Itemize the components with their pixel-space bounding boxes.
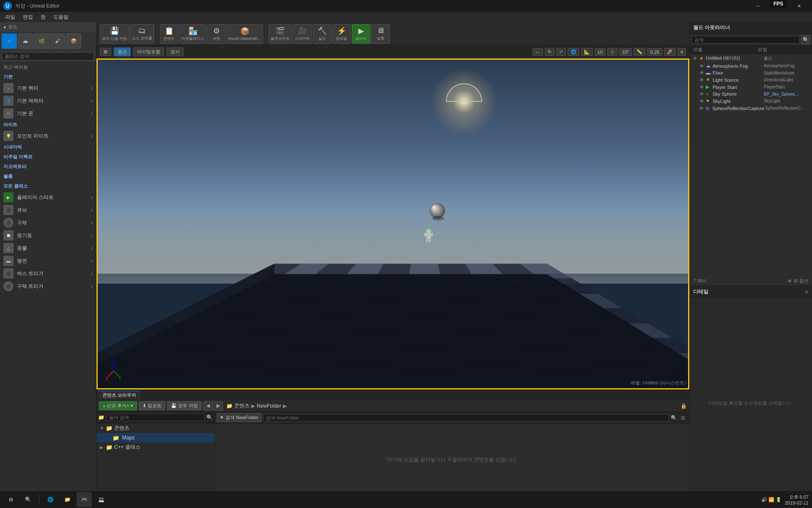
place-item-cylinder[interactable]: 🔲 원기둥 ℹ	[0, 229, 96, 242]
cb-add-button[interactable]: + 선규 추가+ ▾	[99, 401, 137, 410]
taskbar-windows-icon[interactable]: ⊞	[3, 492, 19, 507]
cube-info[interactable]: ℹ	[91, 208, 93, 213]
viewport-layout-btn[interactable]: ⊞	[100, 48, 111, 56]
taskbar-browser-icon[interactable]: 🌐	[43, 492, 58, 507]
cb-save-all-button[interactable]: 💾 모두 저장	[167, 401, 202, 410]
settings-button[interactable]: ⚙ 세팅	[207, 24, 226, 44]
tree-item-contents[interactable]: ▼ 📁 콘텐츠	[96, 423, 214, 433]
viewport-show-btn[interactable]: 표시	[167, 47, 184, 56]
content-button[interactable]: 📋 콘텐츠	[160, 24, 178, 44]
place-item-player-start[interactable]: ▶ 플레이어 스타트 ℹ	[0, 191, 96, 204]
launch-button[interactable]: 🖥 실행	[371, 24, 390, 44]
outliner-search-button[interactable]: 🔍	[801, 35, 810, 44]
outliner-item-floor[interactable]: 👁 ▬ Floor StaticMeshActor	[690, 69, 812, 76]
eye-skylight[interactable]: 👁	[698, 99, 705, 104]
menu-help[interactable]: 도움말	[50, 13, 72, 22]
outliner-item-untitled[interactable]: 👁 ▼ Untitled (에디터) 폴드	[690, 54, 812, 62]
viewport-camera-speed-val[interactable]: 4	[678, 48, 686, 56]
mode-landscape[interactable]: ⛰	[18, 33, 33, 49]
basic-char-info[interactable]: ℹ	[91, 99, 93, 103]
sphere-info[interactable]: ℹ	[91, 221, 93, 225]
outliner-item-atm-fog[interactable]: 👁 ☁ Atmospheric Fog AtmosphericFog	[690, 62, 812, 69]
eye-atm-fog[interactable]: 👁	[698, 64, 705, 69]
menu-edit[interactable]: 편집	[19, 13, 36, 22]
cb-right-filter-icon[interactable]: ⊞	[678, 413, 688, 422]
cb-back-button[interactable]: ◀	[203, 401, 213, 411]
outliner-item-sphere-reflection[interactable]: 👁 ◎ SphereReflectionCapture SphereReflec…	[690, 105, 812, 112]
point-light-info[interactable]: ℹ	[91, 134, 93, 138]
outliner-view-options[interactable]: 👁 뷰 옵션	[787, 278, 809, 284]
outliner-item-light-source[interactable]: 👁 ☀ Light Source DirectionalLight	[690, 76, 812, 83]
outliner-item-player-start[interactable]: 👁 ▶ Player Start PlayerStart	[690, 83, 812, 91]
viewport-rotate-icon[interactable]: ↻	[545, 48, 554, 56]
breadcrumb-content[interactable]: 콘텐츠	[234, 402, 250, 409]
cb-right-icon[interactable]: 🔒	[680, 403, 687, 409]
place-item-sphere-trigger[interactable]: ⚫ 구체 트리거 ℹ	[0, 280, 96, 293]
marketplace-button[interactable]: 🏪 마켓플레이스	[179, 24, 206, 44]
cb-search-input[interactable]	[106, 414, 205, 421]
breadcrumb-newfolder[interactable]: NewFolder	[257, 403, 281, 409]
cinematic-button[interactable]: 🎥 시네마틱	[293, 24, 312, 44]
eye-sphere-reflection[interactable]: 👁	[698, 106, 705, 111]
build-button[interactable]: 🔨 빌드	[313, 24, 332, 44]
source-control-button[interactable]: 🗂 소스 컨트롤	[130, 24, 154, 44]
viewport-3d[interactable]: 레벨: Untitled (파시스턴트) X Y Z	[96, 58, 689, 389]
eye-floor[interactable]: 👁	[698, 70, 705, 75]
place-item-basic-char[interactable]: 👤 기본 캐릭터 ℹ	[0, 94, 96, 107]
class-search-input[interactable]	[2, 52, 94, 61]
viewport-surface-snap[interactable]: 📐	[581, 48, 593, 56]
place-item-basic-pawn[interactable]: 🎮 기본 폰 ℹ	[0, 107, 96, 120]
mode-geometry[interactable]: 📦	[66, 33, 81, 49]
player-start-info[interactable]: ℹ	[91, 195, 93, 200]
menu-file[interactable]: 파일	[2, 13, 19, 22]
cb-search-icon[interactable]: 🔍	[206, 414, 213, 420]
blueprint-button[interactable]: 🎬 블루프린트	[269, 24, 292, 44]
cb-forward-button[interactable]: ▶	[214, 401, 223, 411]
taskbar-search-icon[interactable]: 🔍	[20, 492, 36, 507]
eye-sky-sphere[interactable]: 👁	[698, 91, 705, 97]
viewport-grid-size[interactable]: 10	[595, 48, 606, 56]
mode-paint[interactable]: 🖌	[50, 33, 65, 49]
box-trigger-info[interactable]: ℹ	[91, 271, 93, 276]
viewport-scale-size[interactable]: 0.25	[647, 48, 662, 56]
place-item-cube[interactable]: ⬛ 큐브 ℹ	[0, 204, 96, 216]
details-close-icon[interactable]: ✕	[804, 289, 809, 295]
tab-content-browser[interactable]: 콘텐츠 브라우저	[98, 391, 140, 399]
place-item-plane[interactable]: ▬ 평면 ℹ	[0, 254, 96, 267]
datasmith-button[interactable]: 📦 Import Datasmith...	[227, 24, 263, 44]
cb-right-search-icon[interactable]: 🔍	[669, 413, 678, 422]
place-item-sphere[interactable]: ⚫ 구체 ℹ	[0, 216, 96, 229]
plane-info[interactable]: ℹ	[91, 259, 93, 263]
eye-player-start[interactable]: 👁	[698, 85, 705, 90]
cylinder-info[interactable]: ℹ	[91, 233, 93, 238]
place-item-basic-vector[interactable]: → 기본 벡터 ℹ	[0, 82, 96, 94]
eye-untitled[interactable]: 👁	[691, 56, 698, 61]
outliner-item-skylight[interactable]: 👁 ✦ SkyLight SkyLight	[690, 97, 812, 105]
close-button[interactable]: ✕	[789, 0, 809, 12]
basic-pawn-info[interactable]: ℹ	[91, 111, 93, 116]
place-item-point-light[interactable]: 💡 포인트 라이트 ℹ	[0, 130, 96, 142]
tree-item-cpp[interactable]: ▶ 📁 C++ 클래스	[96, 442, 214, 452]
eye-light-source[interactable]: 👁	[698, 77, 705, 83]
taskbar-explorer-icon[interactable]: 📁	[60, 492, 75, 507]
mode-select[interactable]: ⊹	[2, 33, 17, 49]
viewport-scale-icon[interactable]: ⤢	[556, 48, 566, 56]
cb-right-search-input[interactable]	[263, 414, 669, 422]
play-button[interactable]: ▶ 셀러리	[352, 24, 370, 44]
place-item-box-trigger[interactable]: ⬛ 박스 트리거 ℹ	[0, 267, 96, 280]
cone-info[interactable]: ℹ	[91, 246, 93, 251]
viewport-translate-icon[interactable]: ↔	[532, 48, 543, 56]
outliner-search-input[interactable]	[691, 36, 799, 44]
mode-foliage[interactable]: 🌿	[34, 33, 49, 49]
save-button[interactable]: 💾 원자 단발 저장	[100, 24, 129, 44]
viewport-rotation-size[interactable]: 10°	[619, 48, 632, 56]
viewport-lighting-btn[interactable]: 라이팅포함	[133, 47, 164, 56]
cb-import-button[interactable]: ⬇ 임포트	[139, 401, 165, 410]
compile-button[interactable]: ⚡ 컴파일	[332, 24, 351, 44]
tree-item-maps[interactable]: 📁 Maps	[96, 433, 214, 442]
scene-canvas[interactable]	[96, 58, 689, 389]
outliner-item-sky-sphere[interactable]: 👁 ○ Sky Sphere BP_Sky_Sphere...	[690, 91, 812, 97]
menu-window[interactable]: 창	[37, 13, 49, 22]
sphere-trigger-info[interactable]: ℹ	[91, 284, 93, 289]
minimize-button[interactable]: ─	[749, 0, 768, 12]
